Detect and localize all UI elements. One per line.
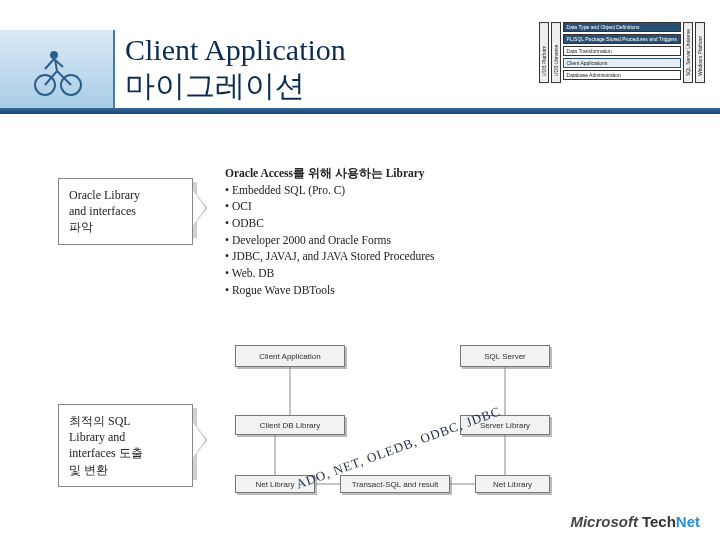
tab-data-type: Data Type and Object Definitions: [563, 22, 681, 32]
logo-microsoft: Microsoft: [570, 513, 638, 530]
tab-center-stack: Data Type and Object Definitions PL/SQL …: [563, 22, 681, 83]
logo-tech: Tech: [642, 513, 676, 530]
lib-item: Web. DB: [232, 267, 275, 279]
step2-arrow-fill: [193, 422, 206, 458]
slide-title: Client Application 마이그레이션: [125, 32, 346, 104]
library-list: Oracle Access를 위해 사용하는 Library • Embedde…: [225, 165, 435, 298]
lib-item: JDBC, JAVAJ, and JAVA Stored Procedures: [232, 250, 435, 262]
lib-item: OCI: [232, 200, 252, 212]
title-underline: [0, 108, 720, 114]
tab-plsql: PL/SQL Package Stored Procedures and Tri…: [563, 34, 681, 44]
title-line-2: 마이그레이션: [125, 69, 305, 102]
tab-data-transformation: Data Transformation: [563, 46, 681, 56]
tab-client-applications: Client Applications: [563, 58, 681, 68]
tab-windows-platform: Windows Platform: [695, 22, 705, 83]
tab-sqlserver-universe: SQL Server Universe: [683, 22, 693, 83]
tab-udb-universe: UDB Universe: [551, 22, 561, 83]
tab-db-admin: Database Administration: [563, 70, 681, 80]
logo-technet: TechNet: [642, 513, 700, 530]
step1-box: Oracle Library and interfaces 파악: [58, 178, 193, 245]
context-tabs: UDB Platform UDB Universe Data Type and …: [539, 22, 705, 83]
logo-net: Net: [676, 513, 700, 530]
architecture-diagram: Client Application SQL Server Client DB …: [225, 345, 560, 515]
title-line-1: Client Application: [125, 33, 346, 66]
lib-item: Rogue Wave DBTools: [232, 284, 335, 296]
library-heading: Oracle Access를 위해 사용하는 Library: [225, 167, 425, 179]
step2-box: 최적의 SQL Library and interfaces 도출 및 변환: [58, 404, 193, 487]
diagram-connectors: [225, 345, 560, 515]
step1-arrow-fill: [193, 190, 206, 226]
tab-udb-platform: UDB Platform: [539, 22, 549, 83]
lib-item: Embedded SQL (Pro. C): [232, 184, 345, 196]
technet-logo: Microsoft TechNet: [570, 513, 700, 530]
cyclist-icon: [27, 39, 87, 99]
lib-item: Developer 2000 and Oracle Forms: [232, 234, 391, 246]
svg-point-2: [50, 51, 58, 59]
title-accent-graphic: [0, 30, 115, 108]
lib-item: ODBC: [232, 217, 264, 229]
